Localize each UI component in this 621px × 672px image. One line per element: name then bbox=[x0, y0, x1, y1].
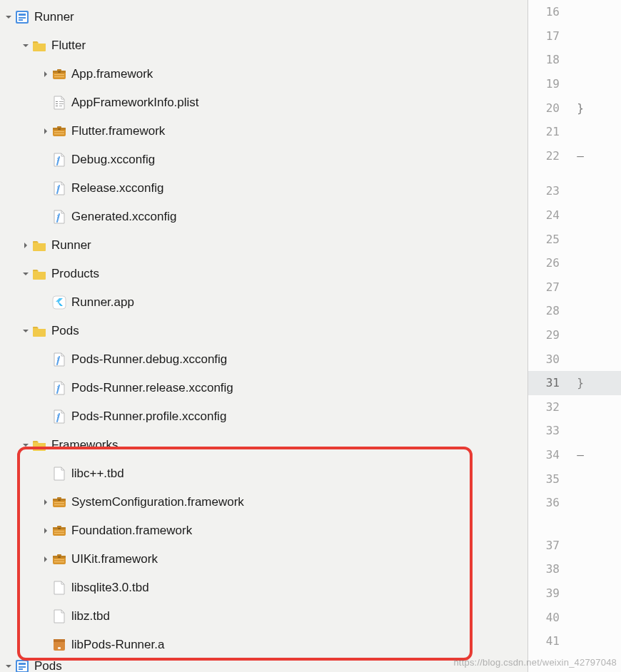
tree-item-uikit-framework[interactable]: UIKit.framework bbox=[0, 545, 527, 574]
folder-icon bbox=[31, 323, 47, 339]
disclosure-triangle-icon[interactable] bbox=[20, 325, 31, 337]
line-number: 23 bbox=[534, 184, 560, 198]
editor-line[interactable]: 27 bbox=[528, 275, 621, 300]
line-number: 30 bbox=[534, 352, 560, 366]
editor-line[interactable]: 26 bbox=[528, 251, 621, 275]
disclosure-triangle-icon[interactable] bbox=[40, 68, 51, 80]
tree-item-frameworks[interactable]: Frameworks bbox=[0, 431, 527, 459]
editor-line[interactable]: 25 bbox=[528, 227, 621, 251]
tree-item-pods-runner-release-xcconfig[interactable]: Pods-Runner.release.xcconfig bbox=[0, 374, 527, 402]
svg-rect-39 bbox=[57, 554, 61, 556]
editor-line[interactable]: 16 bbox=[528, 0, 621, 24]
svg-rect-35 bbox=[54, 533, 64, 534]
svg-rect-44 bbox=[58, 647, 61, 649]
tree-item-label: Pods bbox=[34, 659, 62, 672]
editor-line[interactable]: 18 bbox=[528, 48, 621, 72]
svg-rect-33 bbox=[57, 526, 61, 528]
editor-line[interactable]: 37 bbox=[528, 533, 621, 557]
line-number: 37 bbox=[534, 539, 560, 552]
tree-item-libsqlite3-0-tbd[interactable]: libsqlite3.0.tbd bbox=[0, 574, 527, 602]
tree-item-appframeworkinfo-plist[interactable]: AppFrameworkInfo.plist bbox=[0, 88, 527, 117]
svg-rect-2 bbox=[19, 14, 26, 16]
tree-item-libz-tbd[interactable]: libz.tbd bbox=[0, 602, 527, 631]
disclosure-triangle-icon[interactable] bbox=[20, 240, 31, 251]
editor-line[interactable]: 34– bbox=[528, 443, 621, 467]
tree-item-label: Flutter bbox=[51, 39, 86, 53]
line-number: 28 bbox=[534, 304, 560, 317]
disclosure-triangle-icon[interactable] bbox=[3, 661, 14, 672]
tree-item-pods[interactable]: Pods bbox=[0, 659, 527, 672]
disclosure-triangle-icon[interactable] bbox=[40, 554, 51, 565]
disclosure-triangle-icon[interactable] bbox=[20, 40, 31, 51]
tree-item-release-xcconfig[interactable]: Release.xcconfig bbox=[0, 174, 527, 203]
editor-line[interactable]: 32 bbox=[528, 395, 621, 419]
tree-item-systemconfiguration-framework[interactable]: SystemConfiguration.framework bbox=[0, 488, 527, 516]
tree-item-flutter-framework[interactable]: Flutter.framework bbox=[0, 117, 527, 146]
editor-line[interactable]: 24 bbox=[528, 203, 621, 228]
tree-item-runner[interactable]: Runner bbox=[0, 231, 527, 260]
tree-item-label: libc++.tbd bbox=[71, 467, 124, 481]
editor-line[interactable]: 33 bbox=[528, 419, 621, 443]
editor-line[interactable]: 22– bbox=[528, 144, 621, 168]
svg-rect-49 bbox=[19, 668, 23, 670]
editor-line[interactable]: 31} bbox=[528, 371, 621, 395]
tree-item-products[interactable]: Products bbox=[0, 260, 527, 288]
svg-rect-19 bbox=[58, 128, 61, 130]
disclosure-triangle-icon[interactable] bbox=[20, 268, 31, 280]
editor-line[interactable]: 20} bbox=[528, 96, 621, 120]
editor-line[interactable]: 29 bbox=[528, 323, 621, 347]
tree-item-libpods-runner-a[interactable]: libPods-Runner.a bbox=[0, 631, 527, 659]
svg-rect-41 bbox=[54, 561, 64, 562]
editor-line[interactable]: 28 bbox=[528, 299, 621, 323]
tree-item-flutter[interactable]: Flutter bbox=[0, 31, 527, 60]
framework-icon bbox=[51, 123, 67, 139]
tree-item-label: Flutter.framework bbox=[71, 124, 165, 138]
svg-rect-48 bbox=[19, 666, 26, 668]
svg-rect-12 bbox=[56, 103, 58, 104]
disclosure-triangle-icon[interactable] bbox=[40, 126, 51, 137]
editor-line[interactable]: 36 bbox=[528, 491, 621, 515]
svg-rect-26 bbox=[58, 499, 61, 501]
tree-item-pods[interactable]: Pods bbox=[0, 317, 527, 345]
svg-rect-11 bbox=[56, 101, 58, 102]
tree-item-label: Release.xcconfig bbox=[71, 181, 163, 195]
disclosure-triangle-icon[interactable] bbox=[20, 439, 31, 451]
project-navigator[interactable]: RunnerFlutterApp.frameworkAppFrameworkIn… bbox=[0, 0, 528, 672]
disclosure-triangle-icon[interactable] bbox=[3, 11, 14, 23]
disclosure-triangle-icon[interactable] bbox=[40, 525, 51, 536]
editor-line[interactable]: 35 bbox=[528, 467, 621, 491]
tree-item-debug-xcconfig[interactable]: Debug.xcconfig bbox=[0, 146, 527, 174]
tree-item-foundation-framework[interactable]: Foundation.framework bbox=[0, 516, 527, 545]
editor-line[interactable]: 39 bbox=[528, 581, 621, 606]
line-number: 31 bbox=[534, 376, 560, 390]
tree-item-app-framework[interactable]: App.framework bbox=[0, 60, 527, 88]
editor-line[interactable]: 40 bbox=[528, 605, 621, 629]
line-number: 29 bbox=[534, 328, 560, 342]
editor-line[interactable]: 23 bbox=[528, 179, 621, 203]
svg-rect-38 bbox=[58, 556, 61, 558]
svg-rect-47 bbox=[19, 663, 26, 665]
tree-item-runner[interactable]: Runner bbox=[0, 3, 527, 31]
editor-line[interactable]: 21 bbox=[528, 120, 621, 144]
blank-icon bbox=[51, 466, 67, 482]
svg-rect-34 bbox=[54, 531, 64, 531]
project-icon bbox=[14, 659, 30, 672]
editor-line[interactable]: 19 bbox=[528, 72, 621, 96]
line-number: 18 bbox=[534, 53, 560, 66]
tree-item-label: Pods-Runner.release.xcconfig bbox=[71, 381, 233, 395]
tree-item-pods-runner-debug-xcconfig[interactable]: Pods-Runner.debug.xcconfig bbox=[0, 345, 527, 374]
line-number: 16 bbox=[534, 5, 560, 19]
disclosure-triangle-icon[interactable] bbox=[40, 497, 51, 508]
svg-rect-9 bbox=[54, 74, 64, 75]
editor-line[interactable]: 41 bbox=[528, 629, 621, 653]
svg-rect-21 bbox=[54, 131, 64, 132]
tree-item-pods-runner-profile-xcconfig[interactable]: Pods-Runner.profile.xcconfig bbox=[0, 402, 527, 431]
editor-line[interactable]: 17 bbox=[528, 24, 621, 49]
tree-item-libc-tbd[interactable]: libc++.tbd bbox=[0, 459, 527, 488]
tree-item-runner-app[interactable]: Runner.app bbox=[0, 288, 527, 317]
blank-icon bbox=[51, 609, 67, 624]
editor-line[interactable]: 38 bbox=[528, 557, 621, 581]
editor-line[interactable]: 30 bbox=[528, 347, 621, 371]
tree-item-generated-xcconfig[interactable]: Generated.xcconfig bbox=[0, 203, 527, 231]
blank-icon bbox=[51, 580, 67, 596]
